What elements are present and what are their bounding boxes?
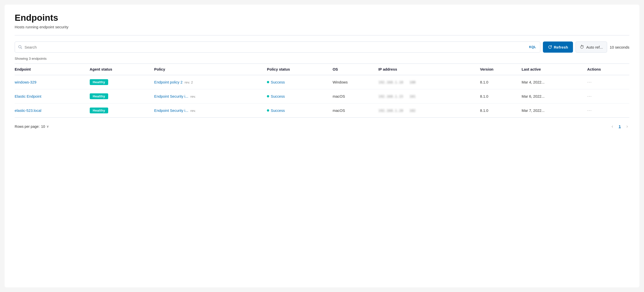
cell-last-active-0: Mar 4, 2022... <box>522 75 587 89</box>
col-actions: Actions <box>587 64 629 75</box>
header-divider <box>15 35 629 35</box>
ip-address-0: 192.168.1.10 100 <box>378 80 416 84</box>
endpoint-link-1[interactable]: Elastic Endpoint <box>15 94 41 98</box>
cell-last-active-2: Mar 7, 2022... <box>522 103 587 118</box>
healthy-badge-0: Healthy <box>90 79 108 85</box>
search-container: KQL <box>15 41 540 53</box>
cell-policy-2: Endpoint Security i... rev. <box>154 103 267 118</box>
cell-actions-0: ⋯ <box>587 75 629 89</box>
cell-endpoint-2: elastic-523.local <box>15 103 90 118</box>
policy-status-0: Success <box>267 80 330 84</box>
col-policy-status: Policy status <box>267 64 333 75</box>
table-row: Elastic Endpoint Healthy Endpoint Securi… <box>15 89 629 103</box>
policy-link-2[interactable]: Endpoint Security i... <box>154 109 188 113</box>
cell-policy-status-2: Success <box>267 103 333 118</box>
actions-menu-icon-1[interactable]: ⋯ <box>587 94 592 99</box>
status-dot-2 <box>267 109 269 112</box>
col-agent-status: Agent status <box>90 64 154 75</box>
autorefresh-button[interactable]: ⏱ Auto ref... <box>576 41 607 53</box>
cell-version-1: 8.1.0 <box>480 89 522 103</box>
col-ip: IP address <box>378 64 480 75</box>
col-endpoint: Endpoint <box>15 64 90 75</box>
rows-per-page-label: Rows per page: <box>15 124 40 129</box>
showing-count: Showing 3 endpoints <box>15 57 629 60</box>
table-header-row: Endpoint Agent status Policy Policy stat… <box>15 64 629 75</box>
cell-ip-2: 192.168.1.20 102 <box>378 103 480 118</box>
endpoint-link-2[interactable]: elastic-523.local <box>15 109 41 113</box>
cell-os-2: macOS <box>333 103 378 118</box>
table-row: windows-329 Healthy Endpoint policy 2 re… <box>15 75 629 89</box>
actions-menu-icon-2[interactable]: ⋯ <box>587 108 592 113</box>
cell-version-2: 8.1.0 <box>480 103 522 118</box>
search-icon <box>18 45 22 49</box>
col-os: OS <box>333 64 378 75</box>
rows-per-page-chevron-icon: ∨ <box>47 124 49 128</box>
policy-link-0[interactable]: Endpoint policy 2 <box>154 80 182 84</box>
col-last-active: Last active <box>522 64 587 75</box>
page-1-button[interactable]: 1 <box>617 123 623 130</box>
cell-version-0: 8.1.0 <box>480 75 522 89</box>
cell-os-1: macOS <box>333 89 378 103</box>
cell-agent-status-0: Healthy <box>90 75 154 89</box>
ip-address-1: 192.168.1.15 101 <box>378 94 416 98</box>
cell-agent-status-2: Healthy <box>90 103 154 118</box>
rows-per-page-selector[interactable]: Rows per page: 10 ∨ <box>15 124 49 129</box>
next-page-button[interactable]: › <box>625 123 629 130</box>
policy-link-1[interactable]: Endpoint Security i... <box>154 94 188 98</box>
status-dot-0 <box>267 81 269 83</box>
table-row: elastic-523.local Healthy Endpoint Secur… <box>15 103 629 118</box>
cell-ip-1: 192.168.1.15 101 <box>378 89 480 103</box>
cell-policy-status-1: Success <box>267 89 333 103</box>
policy-rev-1: rev. <box>190 95 196 98</box>
refresh-icon <box>548 45 552 49</box>
cell-actions-2: ⋯ <box>587 103 629 118</box>
actions-menu-icon-0[interactable]: ⋯ <box>587 79 592 85</box>
policy-rev-2: rev. <box>190 109 196 113</box>
cell-ip-0: 192.168.1.10 100 <box>378 75 480 89</box>
prev-page-button[interactable]: ‹ <box>610 123 615 130</box>
page-title: Endpoints <box>15 13 629 23</box>
page-subtitle: Hosts running endpoint security <box>15 25 629 29</box>
pagination: ‹ 1 › <box>610 123 629 130</box>
status-dot-1 <box>267 95 269 97</box>
cell-os-0: Windows <box>333 75 378 89</box>
col-version: Version <box>480 64 522 75</box>
endpoints-table: Endpoint Agent status Policy Policy stat… <box>15 64 629 118</box>
rows-per-page-value: 10 <box>41 124 45 129</box>
cell-endpoint-0: windows-329 <box>15 75 90 89</box>
toolbar: KQL Refresh ⏱ Auto ref... 10 seconds <box>15 41 629 53</box>
kql-badge[interactable]: KQL <box>528 45 537 49</box>
policy-status-1: Success <box>267 94 330 98</box>
cell-policy-status-0: Success <box>267 75 333 89</box>
table-footer: Rows per page: 10 ∨ ‹ 1 › <box>15 123 629 130</box>
refresh-button[interactable]: Refresh <box>543 41 573 53</box>
search-input[interactable] <box>25 45 528 49</box>
healthy-badge-2: Healthy <box>90 108 108 113</box>
healthy-badge-1: Healthy <box>90 93 108 99</box>
cell-agent-status-1: Healthy <box>90 89 154 103</box>
autorefresh-timer: 10 seconds <box>610 45 629 49</box>
cell-actions-1: ⋯ <box>587 89 629 103</box>
cell-last-active-1: Mar 6, 2022... <box>522 89 587 103</box>
svg-line-1 <box>21 48 22 49</box>
policy-status-2: Success <box>267 109 330 113</box>
endpoint-link-0[interactable]: windows-329 <box>15 80 36 84</box>
col-policy: Policy <box>154 64 267 75</box>
cell-policy-0: Endpoint policy 2 rev. 2 <box>154 75 267 89</box>
cell-endpoint-1: Elastic Endpoint <box>15 89 90 103</box>
autorefresh-label: Auto ref... <box>586 45 603 49</box>
policy-rev-0: rev. 2 <box>185 80 193 84</box>
autorefresh-icon: ⏱ <box>580 45 584 50</box>
refresh-label: Refresh <box>554 45 568 49</box>
cell-policy-1: Endpoint Security i... rev. <box>154 89 267 103</box>
ip-address-2: 192.168.1.20 102 <box>378 109 416 113</box>
